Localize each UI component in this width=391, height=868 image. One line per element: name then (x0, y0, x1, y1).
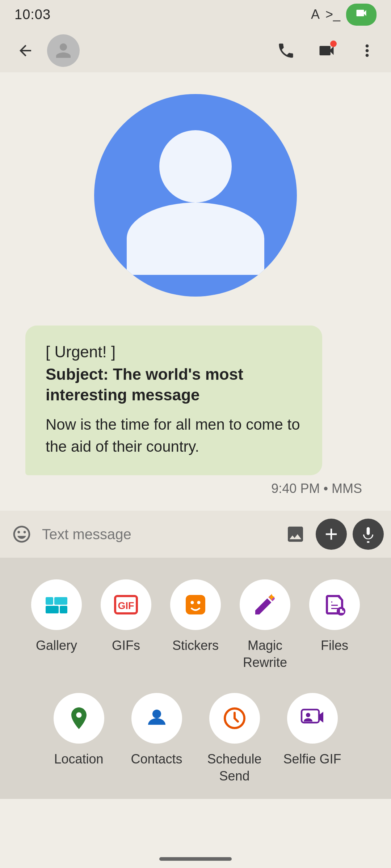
contacts-label: Contacts (131, 751, 182, 768)
selfie-gif-icon-circle (287, 693, 338, 744)
magic-rewrite-label: Magic Rewrite (230, 637, 300, 671)
messages-area: [ Urgent! ] Subject: The world's most in… (0, 318, 391, 511)
attachment-gifs[interactable]: GIF GIFs (91, 579, 161, 671)
add-attachment-button[interactable] (316, 519, 347, 550)
attachment-gallery[interactable]: Gallery (22, 579, 91, 671)
attachment-location[interactable]: Location (40, 693, 118, 785)
files-icon-circle (309, 579, 360, 630)
svg-rect-1 (54, 597, 67, 605)
schedule-send-icon-circle (209, 693, 260, 744)
stickers-label: Stickers (172, 637, 219, 654)
attachment-files[interactable]: Files (300, 579, 369, 671)
attach-media-button[interactable] (281, 520, 310, 549)
notification-dot (330, 41, 337, 47)
attachment-contacts[interactable]: Contacts (118, 693, 196, 785)
back-button[interactable] (11, 36, 40, 65)
gallery-label: Gallery (36, 637, 77, 654)
selfie-gif-label: Selfie GIF (283, 751, 341, 768)
attachment-panel: Gallery GIF GIFs Stickers (0, 558, 391, 799)
svg-point-10 (152, 710, 161, 718)
more-options-button[interactable] (354, 38, 380, 64)
video-indicator (346, 4, 377, 26)
attachment-schedule-send[interactable]: Schedule Send (196, 693, 273, 785)
svg-rect-3 (60, 606, 67, 613)
schedule-send-label: Schedule Send (196, 751, 273, 785)
contact-avatar-large (94, 94, 297, 297)
phone-call-button[interactable] (273, 38, 299, 64)
svg-point-13 (306, 713, 310, 717)
video-call-button[interactable] (314, 38, 340, 64)
location-icon-circle (54, 693, 104, 744)
input-bar (0, 511, 391, 558)
svg-rect-2 (46, 606, 59, 613)
gallery-icon-circle (31, 579, 82, 630)
svg-text:GIF: GIF (118, 600, 134, 611)
status-icons: A >_ (311, 4, 377, 26)
svg-point-7 (191, 601, 194, 604)
nav-bar (0, 29, 391, 72)
attachment-grid-row1: Gallery GIF GIFs Stickers (22, 579, 369, 671)
video-recording-icon (355, 7, 368, 23)
voice-input-button[interactable] (353, 519, 384, 550)
magic-rewrite-icon-circle (240, 579, 290, 630)
attachment-stickers[interactable]: Stickers (161, 579, 230, 671)
a-icon: A (311, 7, 320, 22)
message-input[interactable] (42, 518, 275, 550)
emoji-button[interactable] (7, 520, 36, 549)
message-bubble: [ Urgent! ] Subject: The world's most in… (25, 326, 322, 475)
attachment-selfie-gif[interactable]: Selfie GIF (273, 693, 351, 785)
message-urgent: [ Urgent! ] (46, 343, 302, 361)
nav-actions (273, 38, 380, 64)
contacts-icon-circle (131, 693, 182, 744)
status-bar: 10:03 A >_ (0, 0, 391, 29)
terminal-icon: >_ (325, 7, 340, 22)
status-time: 10:03 (14, 7, 51, 22)
svg-rect-0 (46, 597, 53, 605)
location-label: Location (54, 751, 103, 768)
gifs-label: GIFs (112, 637, 140, 654)
contact-avatar-area (0, 72, 391, 318)
attachment-grid-row2: Location Contacts Schedule Send (22, 693, 369, 785)
contact-avatar[interactable] (47, 34, 80, 67)
attachment-magic-rewrite[interactable]: Magic Rewrite (230, 579, 300, 671)
stickers-icon-circle (170, 579, 221, 630)
message-meta: 9:40 PM • MMS (14, 475, 377, 503)
gifs-icon-circle: GIF (101, 579, 151, 630)
svg-point-8 (197, 601, 201, 604)
bottom-indicator (159, 857, 232, 861)
message-subject: Subject: The world's most interesting me… (46, 364, 302, 405)
message-body: Now is the time for all men to come to t… (46, 414, 302, 458)
svg-rect-6 (186, 595, 205, 614)
files-label: Files (321, 637, 348, 654)
